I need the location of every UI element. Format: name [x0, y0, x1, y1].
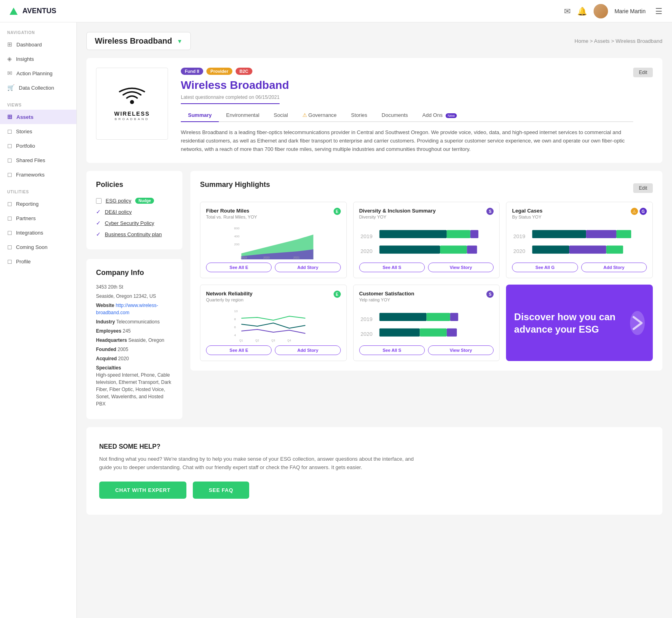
- legal-add-story-btn[interactable]: Add Story: [581, 263, 647, 272]
- cyber-policy-link[interactable]: Cyber Security Policy: [105, 220, 154, 226]
- svg-text:Q1: Q1: [239, 339, 243, 342]
- avatar-image: [594, 4, 608, 18]
- tab-environmental[interactable]: Environmental: [219, 109, 266, 122]
- svg-rect-22: [440, 246, 467, 254]
- legal-chart-actions: See All G Add Story: [512, 263, 647, 272]
- website-label: Website: [96, 303, 114, 308]
- network-badge: E: [334, 291, 341, 298]
- see-faq-button[interactable]: SEE FAQ: [193, 482, 249, 499]
- logo-triangle: [10, 8, 18, 15]
- industry-label: Industry: [96, 319, 115, 325]
- tab-governance[interactable]: ⚠Governance: [295, 109, 344, 122]
- company-city: Seaside, Oregon 12342, US: [96, 293, 173, 300]
- svg-rect-70: [446, 329, 456, 337]
- esg-policy-link[interactable]: ESG policy: [106, 198, 131, 204]
- diversity-chart-subtitle: Diversity YOY: [359, 215, 436, 219]
- dropdown-arrow-icon: ▼: [177, 38, 182, 44]
- company-info-right: Fund II Provider B2C Wireless Broadband …: [181, 68, 633, 153]
- help-section: NEED SOME HELP? Not finding what you nee…: [86, 427, 662, 515]
- sidebar-item-insights[interactable]: ◈ Insights: [0, 52, 76, 66]
- chat-expert-button[interactable]: CHAT WITH EXPERT: [99, 482, 186, 499]
- highlights-edit-button[interactable]: Edit: [633, 183, 653, 193]
- network-see-all-btn[interactable]: See All E: [206, 345, 272, 355]
- svg-text:Q4: Q4: [287, 339, 291, 342]
- svg-rect-43: [606, 246, 623, 254]
- network-chart-card: Network Reliability Quarterly by region …: [200, 285, 347, 361]
- fiber-add-story-btn[interactable]: Add Story: [275, 263, 340, 272]
- sidebar-item-portfolio[interactable]: ◻ Portfolio: [0, 138, 76, 153]
- sidebar-item-dashboard[interactable]: ⊞ Dashboard: [0, 37, 76, 52]
- nudge-badge[interactable]: Nudge: [135, 198, 154, 204]
- bcp-policy-link[interactable]: Business Continuity plan: [105, 231, 162, 237]
- fiber-see-all-btn[interactable]: See All E: [206, 263, 272, 272]
- highlights-title: Summary Highlights: [200, 181, 270, 189]
- diversity-see-all-btn[interactable]: See All S: [359, 263, 425, 272]
- employees-value: 245: [123, 328, 131, 334]
- tab-summary[interactable]: Summary: [181, 109, 219, 122]
- customer-see-all-btn[interactable]: See All S: [359, 345, 425, 355]
- company-industry-row: Industry Telecommunications: [96, 318, 173, 325]
- hq-value: Seaside, Oregon: [128, 337, 164, 343]
- fiber-svg: 600 400 200 2019 2020: [206, 223, 341, 259]
- sidebar-item-frameworks[interactable]: ◻ Frameworks: [0, 167, 76, 182]
- sidebar-item-reporting[interactable]: ◻ Reporting: [0, 197, 76, 211]
- tab-stories[interactable]: Stories: [344, 109, 374, 122]
- svg-rect-41: [532, 246, 570, 254]
- tab-addons[interactable]: Add Ons New: [415, 109, 464, 122]
- page-title-dropdown[interactable]: Wireless Broadband ▼: [86, 32, 191, 50]
- sidebar-item-label: Frameworks: [16, 172, 45, 178]
- acquired-value: 2020: [118, 356, 129, 361]
- esg-checkbox[interactable]: [96, 198, 102, 204]
- specialties-label: Specialties: [96, 364, 173, 371]
- sidebar-item-integrations[interactable]: ◻ Integrations: [0, 225, 76, 240]
- bell-icon[interactable]: 🔔: [577, 6, 587, 16]
- company-specialties-row: Specialties High-speed Internet, Phone, …: [96, 364, 173, 407]
- diversity-chart-area: 0 10 20 30 40 50 60 2019: [359, 223, 494, 259]
- logo-text-broadband: BROADBAND: [115, 117, 150, 121]
- tab-documents[interactable]: Documents: [374, 109, 415, 122]
- company-edit-button[interactable]: Edit: [633, 68, 653, 77]
- svg-text:10: 10: [234, 309, 238, 313]
- customer-chart-actions: See All S View Story: [359, 345, 494, 355]
- company-employees-row: Employees 245: [96, 327, 173, 335]
- svg-text:Q2: Q2: [255, 339, 259, 342]
- charts-grid-row2: Network Reliability Quarterly by region …: [200, 285, 653, 361]
- tab-social[interactable]: Social: [266, 109, 295, 122]
- sidebar-item-label: Dashboard: [16, 42, 42, 48]
- dei-policy-link[interactable]: DE&I policy: [105, 209, 132, 215]
- help-title: NEED SOME HELP?: [99, 443, 650, 450]
- sidebar-item-shared-files[interactable]: ◻ Shared Files: [0, 153, 76, 167]
- sidebar-item-stories[interactable]: ◻ Stories: [0, 124, 76, 138]
- email-icon[interactable]: ✉: [564, 6, 571, 16]
- sidebar-item-partners[interactable]: ◻ Partners: [0, 211, 76, 225]
- customer-svg: 0 10 20 30 40 50 60 2019: [359, 306, 494, 342]
- customer-badge: S: [486, 291, 494, 298]
- app-logo[interactable]: AVENTUS: [10, 7, 56, 15]
- customer-chart-area: 0 10 20 30 40 50 60 2019: [359, 306, 494, 342]
- esg-discovery-card[interactable]: Discover how you can advance your ESG: [506, 285, 653, 361]
- svg-text:400: 400: [234, 235, 240, 238]
- customer-view-story-btn[interactable]: View Story: [428, 345, 494, 355]
- legal-chart-subtitle: By Status YOY: [512, 215, 542, 219]
- sidebar-item-data-collection[interactable]: 🛒 Data Collection: [0, 80, 76, 95]
- sidebar-item-assets[interactable]: ⊞ Assets: [0, 110, 76, 124]
- svg-text:2020: 2020: [263, 256, 270, 259]
- legal-see-all-btn[interactable]: See All G: [512, 263, 578, 272]
- network-add-story-btn[interactable]: Add Story: [275, 345, 340, 355]
- sidebar-item-profile[interactable]: ◻ Profile: [0, 254, 76, 269]
- dei-check-icon: ✓: [96, 209, 101, 215]
- avatar[interactable]: [594, 4, 608, 18]
- sidebar-item-action-planning[interactable]: ✉ Action Planning: [0, 66, 76, 80]
- industry-value: Telecommunications: [116, 319, 160, 325]
- wireless-logo: WIRELESS BROADBAND: [110, 87, 154, 121]
- user-name: Marie Martin: [614, 8, 646, 14]
- svg-rect-23: [467, 246, 477, 254]
- svg-text:2020: 2020: [514, 248, 526, 254]
- sidebar-item-label: Action Planning: [16, 70, 52, 76]
- diversity-view-story-btn[interactable]: View Story: [428, 263, 494, 272]
- svg-text:2020: 2020: [360, 331, 372, 337]
- customer-chart-subtitle: Yelp rating YOY: [359, 297, 414, 302]
- fiber-chart-actions: See All E Add Story: [206, 263, 341, 272]
- sidebar-item-coming-soon[interactable]: ◻ Coming Soon: [0, 240, 76, 254]
- hamburger-icon[interactable]: ☰: [655, 6, 662, 16]
